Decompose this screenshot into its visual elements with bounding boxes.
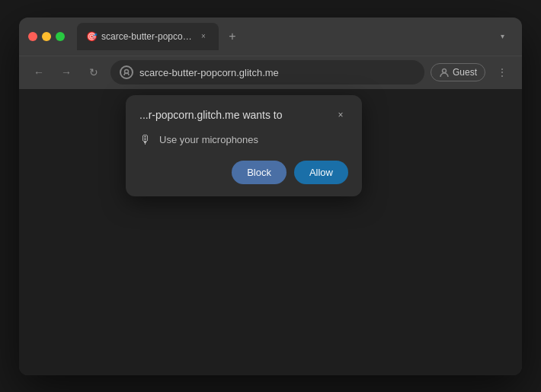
close-traffic-light[interactable] [28,32,37,41]
title-bar: 🎯 scarce-butter-popcorn.glitch... × + ▾ [19,18,522,56]
tab-dropdown-button[interactable]: ▾ [491,26,513,47]
popup-actions: Block Allow [139,161,348,184]
microphone-icon: 🎙 [139,133,152,147]
svg-point-1 [442,69,446,73]
tab-title: scarce-butter-popcorn.glitch... [101,31,193,42]
browser-menu-button[interactable]: ⋮ [491,62,513,83]
tab-area: 🎯 scarce-butter-popcorn.glitch... × + [77,23,485,50]
url-text: scarce-butter-popcorn.glitch.me [139,67,415,78]
browser-window: 🎯 scarce-butter-popcorn.glitch... × + ▾ … [19,18,522,375]
popup-header: ...r-popcorn.glitch.me wants to × [139,107,348,123]
nav-bar: ← → ↻ scarce-butter-popcorn.glitch.me Gu… [19,56,522,89]
permission-text: Use your microphones [159,134,258,145]
minimize-traffic-light[interactable] [42,32,51,41]
tab-close-button[interactable]: × [197,30,210,43]
reload-button[interactable]: ↻ [83,62,104,83]
guest-label: Guest [453,67,477,78]
back-button[interactable]: ← [28,62,50,83]
permission-popup: ...r-popcorn.glitch.me wants to × 🎙 Use … [126,95,362,196]
allow-button[interactable]: Allow [294,161,348,184]
address-bar[interactable]: scarce-butter-popcorn.glitch.me [110,60,424,84]
site-security-icon [120,65,133,79]
popup-permission-row: 🎙 Use your microphones [139,133,348,147]
traffic-lights [28,32,65,41]
forward-button[interactable]: → [56,62,77,83]
popup-close-button[interactable]: × [333,107,348,123]
content-area: ...r-popcorn.glitch.me wants to × 🎙 Use … [19,89,522,375]
active-tab[interactable]: 🎯 scarce-butter-popcorn.glitch... × [77,23,219,50]
profile-icon [439,67,450,78]
popup-title: ...r-popcorn.glitch.me wants to [139,109,283,121]
block-button[interactable]: Block [232,161,287,184]
tab-favicon-icon: 🎯 [86,31,97,42]
profile-button[interactable]: Guest [431,63,485,81]
new-tab-button[interactable]: + [222,26,243,47]
maximize-traffic-light[interactable] [56,32,65,41]
